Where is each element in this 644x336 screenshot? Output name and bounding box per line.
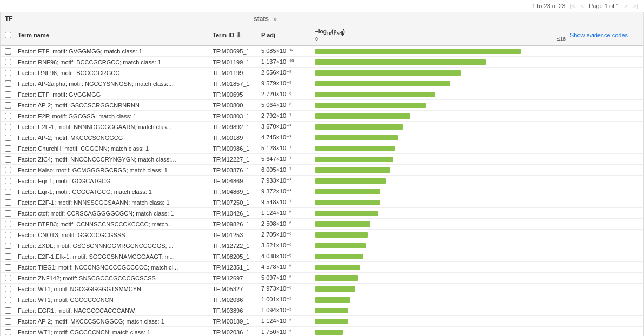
evidence-cell (568, 223, 643, 225)
row-checkbox[interactable] (5, 156, 11, 163)
first-page-button[interactable]: |< (568, 2, 576, 10)
row-checkbox[interactable] (5, 210, 11, 217)
row-checkbox[interactable] (5, 167, 11, 173)
prev-page-button[interactable]: < (579, 2, 586, 10)
row-checkbox[interactable] (5, 189, 11, 195)
term-id-cell: TF:M00189_1 (210, 317, 259, 326)
term-name-cell: Factor: WT1; motif: CGCCCCCNCN (16, 295, 210, 304)
row-checkbox-14 (1, 199, 16, 206)
bar-cell (313, 264, 568, 271)
next-page-button[interactable]: > (622, 2, 629, 10)
table-row: Factor: CNOT3; motif: GGCCCGCGSSS TF:M01… (1, 230, 643, 240)
row-checkbox-0 (1, 48, 16, 55)
term-name-cell: Factor: E2F-1; motif: NNNSSCGCSAANN; mat… (16, 198, 210, 207)
bar-chart (315, 189, 380, 194)
row-checkbox[interactable] (5, 124, 11, 130)
term-id-cell: TF:M04869 (210, 177, 259, 185)
term-name-cell: Factor: RNF96; motif: BCCCGCRGCC; match … (16, 58, 210, 66)
row-checkbox-24 (1, 307, 16, 314)
row-checkbox[interactable] (5, 199, 11, 206)
row-checkbox[interactable] (5, 275, 11, 281)
term-name-cell: Factor: ETF; motif: GVGGMGG (16, 90, 210, 99)
show-evidence-button[interactable]: Show evidence codes (570, 32, 628, 38)
bar-scale: 0 ≤16 (315, 36, 566, 42)
padj-cell: 1.124×10⁻⁶ (259, 209, 313, 218)
bar-cell (313, 69, 568, 77)
evidence-cell (568, 266, 643, 268)
table-row: Factor: ETF; motif: GVGGMGG TF:M00695 2.… (1, 89, 643, 100)
evidence-cell (568, 299, 643, 301)
bar-chart (315, 297, 350, 303)
term-name-cell: Factor: TIEG1; motif: NCCCNSNCCCCGCCCCC;… (16, 263, 210, 272)
expand-arrows[interactable]: » (273, 15, 277, 23)
last-page-button[interactable]: >| (632, 2, 640, 10)
bar-chart (315, 124, 403, 130)
row-checkbox-4 (1, 91, 16, 98)
row-checkbox[interactable] (5, 232, 11, 238)
term-name-cell: Factor: RNF96; motif: BCCCGCRGCC (16, 69, 210, 77)
bar-chart (315, 200, 380, 205)
term-id-header: Term ID ⬇ (210, 30, 259, 40)
evidence-cell (568, 245, 643, 247)
row-checkbox[interactable] (5, 48, 11, 55)
term-id-cell: TF:M07250_1 (210, 198, 259, 207)
row-checkbox[interactable] (5, 70, 11, 76)
bar-cell (313, 220, 568, 228)
row-checkbox-22 (1, 286, 16, 292)
bar-chart (315, 254, 363, 259)
row-checkbox[interactable] (5, 329, 11, 335)
row-checkbox[interactable] (5, 80, 11, 87)
padj-cell: 4.038×10⁻⁶ (259, 252, 313, 261)
table-row: Factor: ZIC4; motif: NNCCNCCCRYNGYGN; ma… (1, 154, 643, 165)
row-checkbox-9 (1, 145, 16, 152)
bar-cell (313, 166, 568, 174)
table-body: Factor: ETF; motif: GVGGMGG; match class… (1, 46, 643, 336)
row-checkbox[interactable] (5, 286, 11, 292)
row-checkbox[interactable] (5, 102, 11, 109)
row-checkbox[interactable] (5, 318, 11, 325)
table-row: Factor: AP-2; motif: MKCCCSCNGGCG; match… (1, 316, 643, 327)
row-checkbox-11 (1, 167, 16, 173)
row-checkbox[interactable] (5, 264, 11, 271)
bar-chart (315, 146, 395, 151)
row-checkbox[interactable] (5, 253, 11, 260)
row-checkbox-1 (1, 59, 16, 65)
row-checkbox[interactable] (5, 59, 11, 65)
row-checkbox-2 (1, 70, 16, 76)
table-row: Factor: AP-2; motif: GSCCSCRGGCNRNRNN TF… (1, 100, 643, 111)
row-checkbox[interactable] (5, 221, 11, 227)
bar-chart (315, 157, 393, 162)
bar-cell (313, 328, 568, 336)
select-all-checkbox[interactable] (5, 32, 11, 38)
bar-chart (315, 178, 386, 184)
row-checkbox-10 (1, 156, 16, 163)
row-checkbox[interactable] (5, 243, 11, 249)
row-checkbox[interactable] (5, 178, 11, 184)
term-id-cell: TF:M09892_1 (210, 123, 259, 131)
row-checkbox[interactable] (5, 145, 11, 152)
table-row: Factor: EGR1; motif: NACGCCCACGCANW TF:M… (1, 305, 643, 316)
bar-cell (313, 48, 568, 55)
term-name-cell: Factor: Eqr-1; motif: GCGCATGCG; match c… (16, 187, 210, 196)
row-checkbox-13 (1, 189, 16, 195)
evidence-cell (568, 158, 643, 160)
table-row: Factor: BTEB3; motif: CCNNSCCNSCCCKCCCC;… (1, 219, 643, 230)
row-checkbox[interactable] (5, 91, 11, 98)
term-name-cell: Factor: AP-2alpha; motif: NGCCYSNNGSN; m… (16, 79, 210, 88)
bar-cell (313, 307, 568, 314)
row-checkbox[interactable] (5, 307, 11, 314)
evidence-cell (568, 234, 643, 236)
row-checkbox-25 (1, 318, 16, 325)
row-checkbox[interactable] (5, 113, 11, 119)
row-checkbox[interactable] (5, 297, 11, 303)
term-id-cell: TF:M10426_1 (210, 209, 259, 218)
table-header: Term name Term ID ⬇ P adj −log10(padj) 0… (1, 25, 643, 46)
download-icon[interactable]: ⬇ (236, 31, 241, 39)
row-checkbox[interactable] (5, 135, 11, 141)
bar-chart (315, 265, 360, 270)
term-id-cell: TF:M00189 (210, 133, 259, 142)
term-name-cell: Factor: WT1; motif: NGCGGGGGGTSMMCYN (16, 285, 210, 293)
term-id-cell: TF:M04869_1 (210, 187, 259, 196)
evidence-cell (568, 83, 643, 85)
padj-cell: 4.578×10⁻⁶ (259, 263, 313, 272)
